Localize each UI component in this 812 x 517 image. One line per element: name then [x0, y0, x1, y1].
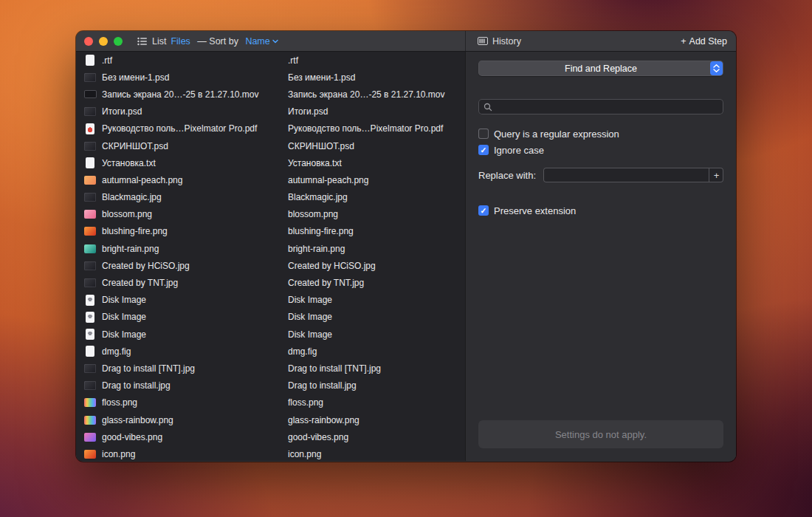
file-name: Disk Image: [102, 329, 288, 340]
files-menu-button[interactable]: Files: [171, 36, 190, 47]
file-preview-name: Установка.txt: [288, 158, 465, 168]
file-preview-name: blossom.png: [288, 209, 465, 219]
file-icon: [83, 294, 97, 306]
file-preview-name: .rtf: [288, 55, 465, 66]
file-row[interactable]: dmg.fig dmg.fig: [76, 343, 465, 360]
file-row[interactable]: bright-rain.png bright-rain.png: [76, 240, 465, 257]
file-preview-name: icon.png: [288, 449, 465, 459]
file-name: Created by HCiSO.jpg: [102, 261, 288, 271]
file-icon: [83, 380, 97, 391]
file-preview-name: floss.png: [288, 397, 465, 408]
file-row[interactable]: floss.png floss.png: [76, 394, 465, 411]
preserve-extension-checkbox-label: Preserve extension: [494, 205, 576, 216]
replace-with-row: Replace with: +: [478, 168, 723, 182]
file-row[interactable]: Created by TNT.jpg Created by TNT.jpg: [76, 274, 465, 291]
list-label: List: [152, 36, 166, 47]
file-icon: [83, 329, 97, 340]
find-query-field[interactable]: [478, 99, 723, 114]
file-name: blushing-fire.png: [102, 226, 288, 236]
zoom-button[interactable]: [114, 37, 123, 46]
sort-menu-button[interactable]: Name: [245, 36, 278, 47]
file-icon: [83, 72, 97, 83]
file-row[interactable]: Установка.txt Установка.txt: [76, 154, 465, 171]
file-name: Created by TNT.jpg: [102, 278, 288, 288]
file-name: icon.png: [102, 449, 288, 459]
replace-with-label: Replace with:: [478, 170, 536, 181]
history-label: History: [492, 36, 521, 47]
file-row[interactable]: blushing-fire.png blushing-fire.png: [76, 223, 465, 240]
file-icon: [83, 431, 97, 443]
file-preview-name: Без имени-1.psd: [288, 72, 465, 83]
file-row[interactable]: Руководство поль…Pixelmator Pro.pdf Руко…: [76, 120, 465, 137]
file-row[interactable]: good-vibes.png good-vibes.png: [76, 428, 465, 445]
replace-with-field[interactable]: +: [543, 168, 723, 182]
file-preview-name: blushing-fire.png: [288, 226, 465, 236]
sort-by-label: — Sort by: [195, 36, 241, 47]
settings-note: Settings do not apply.: [478, 420, 723, 448]
file-icon: [83, 89, 97, 100]
file-icon: [83, 174, 97, 186]
file-row[interactable]: СКРИНШОТ.psd СКРИНШОТ.psd: [76, 137, 465, 154]
file-preview-name: good-vibes.png: [288, 432, 465, 442]
file-name: СКРИНШОТ.psd: [102, 141, 288, 151]
file-preview-name: Руководство поль…Pixelmator Pro.pdf: [288, 123, 465, 134]
sort-value: Name: [245, 36, 269, 47]
file-preview-name: Drag to install.jpg: [288, 380, 465, 391]
file-icon: [83, 311, 97, 323]
titlebar: List Files — Sort by Name History + Add …: [76, 31, 736, 52]
history-icon: [478, 37, 488, 45]
file-row[interactable]: Drag to install [TNT].jpg Drag to instal…: [76, 360, 465, 377]
ignore-case-checkbox-row[interactable]: Ignore case: [478, 144, 723, 156]
file-preview-name: СКРИНШОТ.psd: [288, 141, 465, 151]
file-row[interactable]: Disk Image Disk Image: [76, 326, 465, 343]
file-row[interactable]: icon.png icon.png: [76, 445, 465, 461]
file-row[interactable]: Drag to install.jpg Drag to install.jpg: [76, 377, 465, 394]
file-name: Итоги.psd: [102, 106, 288, 117]
replace-with-input[interactable]: [543, 170, 709, 180]
file-icon: [83, 106, 97, 117]
chevron-updown-icon: [710, 61, 723, 75]
file-icon: [83, 225, 97, 237]
file-name: floss.png: [102, 397, 288, 408]
inspector-panel: Find and Replace Query is a regular expr…: [465, 52, 736, 461]
preserve-extension-checkbox[interactable]: [478, 205, 489, 216]
file-preview-name: Disk Image: [288, 295, 465, 305]
file-icon: [83, 397, 97, 408]
titlebar-left: List Files — Sort by Name: [76, 31, 465, 51]
file-row[interactable]: Итоги.psd Итоги.psd: [76, 103, 465, 120]
add-step-button[interactable]: + Add Step: [681, 36, 727, 47]
minimize-button[interactable]: [99, 37, 108, 46]
file-preview-name: Итоги.psd: [288, 106, 465, 117]
file-row[interactable]: Blackmagic.jpg Blackmagic.jpg: [76, 189, 465, 206]
regex-checkbox-row[interactable]: Query is a regular expression: [478, 128, 723, 140]
file-icon: [83, 123, 97, 134]
step-type-select[interactable]: Find and Replace: [478, 61, 723, 76]
preserve-extension-checkbox-row[interactable]: Preserve extension: [478, 205, 723, 216]
ignore-case-checkbox-label: Ignore case: [494, 145, 544, 156]
file-name: Установка.txt: [102, 158, 288, 168]
ignore-case-checkbox[interactable]: [478, 145, 489, 155]
file-icon: [83, 140, 97, 152]
file-row[interactable]: glass-rainbow.png glass-rainbow.png: [76, 411, 465, 428]
file-preview-name: Blackmagic.jpg: [288, 192, 465, 202]
file-name: autumnal-peach.png: [102, 175, 288, 185]
file-row[interactable]: .rtf .rtf: [76, 52, 465, 69]
file-preview-name: glass-rainbow.png: [288, 415, 465, 425]
file-row[interactable]: Disk Image Disk Image: [76, 292, 465, 309]
file-icon: [83, 277, 97, 289]
file-row[interactable]: blossom.png blossom.png: [76, 206, 465, 223]
file-row[interactable]: autumnal-peach.png autumnal-peach.png: [76, 171, 465, 188]
file-name: bright-rain.png: [102, 244, 288, 254]
file-row[interactable]: Без имени-1.psd Без имени-1.psd: [76, 69, 465, 86]
file-row[interactable]: Created by HCiSO.jpg Created by HCiSO.jp…: [76, 257, 465, 274]
file-row[interactable]: Запись экрана 20…-25 в 21.27.10.mov Запи…: [76, 86, 465, 103]
file-preview-name: Drag to install [TNT].jpg: [288, 363, 465, 374]
find-query-input[interactable]: [496, 102, 718, 112]
close-button[interactable]: [84, 37, 93, 46]
file-icon: [83, 191, 97, 203]
file-row[interactable]: Disk Image Disk Image: [76, 309, 465, 326]
regex-checkbox[interactable]: [478, 129, 489, 139]
add-token-button[interactable]: +: [709, 168, 723, 182]
file-icon: [83, 414, 97, 426]
file-name: .rtf: [102, 55, 288, 66]
